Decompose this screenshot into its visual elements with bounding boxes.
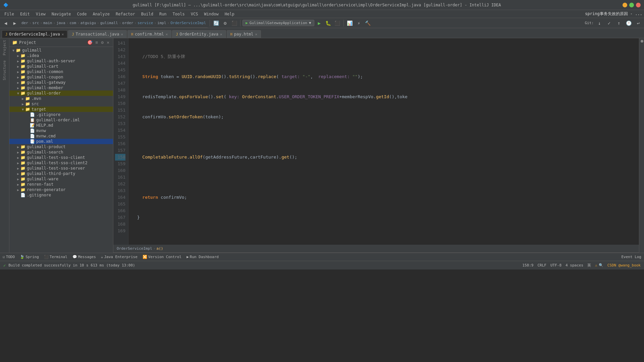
crumb-service[interactable]: order [122,21,133,25]
tab-close-payhtml[interactable]: ✕ [255,32,258,37]
tree-item-third-party[interactable]: ▶ 📁 gulimall-third-party [9,171,113,176]
inspect-icon[interactable]: 🔍 [599,263,603,267]
tree-item-iml[interactable]: 📋 gulimall-order.iml [9,117,113,123]
menu-window[interactable]: Window [201,11,221,17]
tab-orderserviceimpl[interactable]: J OrderServiceImpl.java ✕ [2,30,67,38]
git-push-button[interactable]: ↑ [615,19,623,27]
crumb-com[interactable]: java [56,21,65,25]
menu-navigate[interactable]: Navigate [49,11,74,17]
tree-item-mvn[interactable]: ▶ 📁 .mvn [9,96,113,101]
crumb-gulimall[interactable]: atguigu [80,21,96,25]
sidebar-locate-button[interactable]: 🎯 [86,40,94,45]
tree-item-sso-client[interactable]: ▶ 📁 gulimall-test-sso-client [9,155,113,160]
tree-item-coupon[interactable]: ▶ 📁 gulimall-coupon [9,74,113,80]
git-history-button[interactable]: 🕐 [625,19,633,27]
tree-item-order[interactable]: ▼ 📁 gulimall-order [9,90,113,96]
code-container[interactable]: 141 142 143 144 145 146 147 148 149 150 … [113,38,639,245]
coverage-button[interactable]: 📊 [346,19,354,27]
git-update-button[interactable]: ↓ [595,19,603,27]
git-commit-button[interactable]: ✓ [605,19,613,27]
tree-item-renren-fast[interactable]: ▶ 📁 renren-fast [9,182,113,187]
tree-item-mvnw-cmd[interactable]: 📄 mvnw.cmd [9,133,113,139]
tab-close-confirmhtml[interactable]: ✕ [166,32,168,37]
bottom-tab-version-control[interactable]: 🔀 Version Control [143,255,181,259]
tree-item-sso-server[interactable]: ▶ 📁 gulimall-test-sso-server [9,166,113,171]
menu-vcs[interactable]: VCS [188,11,201,17]
menu-help[interactable]: Help [222,11,237,17]
bottom-tab-terminal[interactable]: ⬛ Terminal [44,255,67,259]
tab-transactional[interactable]: J Transactional.java ✕ [68,30,127,38]
bottom-tab-run-dashboard[interactable]: ▶ Run Dashboard [186,255,219,259]
run-button[interactable]: ▶ [315,19,323,27]
crumb-impl[interactable]: impl [157,21,166,25]
tree-item-mvnw[interactable]: 📄 mvnw [9,128,113,133]
right-scrollbar-gutter[interactable] [639,38,644,253]
tree-item-idea[interactable]: ▶ 📁 .idea [9,53,113,58]
line-sep[interactable]: CRLF [537,263,546,267]
project-panel-icon[interactable]: Project [2,40,7,55]
tab-orderentity[interactable]: J OrderEntity.java ✕ [172,30,226,38]
tree-item-src[interactable]: ▶ 📁 src [9,101,113,107]
cursor-position[interactable]: 158:9 [522,263,533,267]
tree-item-sso-client2[interactable]: ▶ 📁 gulimall-test-sso-client2 [9,160,113,166]
minimize-button[interactable] [623,3,627,7]
warning-icon[interactable]: ⚠ [595,263,597,267]
tree-item-help-md[interactable]: 📝 HELP.md [9,123,113,128]
menu-edit[interactable]: Edit [17,11,33,17]
expand-button[interactable]: ⬛ [230,19,238,27]
menu-view[interactable]: View [33,11,48,17]
tree-item-auth-server[interactable]: ▶ 📁 gulimall-auth-server [9,58,113,64]
tree-item-cart[interactable]: ▶ 📁 gulimall-cart [9,64,113,69]
sidebar-close-button[interactable]: ✕ [106,40,110,45]
tree-item-ware[interactable]: ▶ 📁 gulimall-ware [9,176,113,182]
crumb-service2[interactable]: service [138,21,153,25]
tree-item-gitignore-root[interactable]: 📄 .gitignore [9,192,113,198]
tab-confirmhtml[interactable]: H confirm.html ✕ [127,30,171,38]
tab-close-transactional[interactable]: ✕ [121,32,123,37]
menu-run[interactable]: Run [157,11,169,17]
structure-panel-icon[interactable]: Structure [2,60,7,80]
git-rollback-button[interactable]: ↩ [634,19,642,27]
tree-item-renren-generator[interactable]: ▶ 📁 renren-generator [9,187,113,192]
tree-item-product[interactable]: ▶ 📁 gulimall-product [9,144,113,149]
close-button[interactable] [636,3,641,7]
sync-button[interactable]: 🔄 [212,19,220,27]
tree-item-gateway[interactable]: ▶ 📁 gulimall-gateway [9,80,113,85]
tab-close-orderentity[interactable]: ✕ [220,32,222,37]
debug-button[interactable]: 🐛 [324,19,332,27]
menu-analyze[interactable]: Analyze [90,11,112,17]
bottom-tab-java-enterprise[interactable]: ☕ Java Enterprise [101,255,138,259]
crumb-atguigu[interactable]: com [69,21,76,25]
nav-forward-button[interactable]: ▶ [11,19,19,27]
build-button[interactable]: 🔨 [364,19,372,27]
menu-build[interactable]: Build [139,11,156,17]
settings-button[interactable]: ⚙ [221,19,229,27]
tree-item-pom-xml[interactable]: 📑 pom.xml [9,139,113,144]
stop-button[interactable]: ⬛ [333,19,341,27]
sidebar-settings-button[interactable]: ⚙ [100,40,105,45]
tree-item-gulimall[interactable]: ▼ 📁 gulimall [9,48,113,53]
bottom-tab-messages[interactable]: 💬 Messages [72,255,96,259]
code-editor[interactable]: //TODO 5、防重令牌 String token = UUID.random… [128,38,639,245]
crumb-order[interactable]: gulimall [100,21,118,25]
sidebar-collapse-button[interactable]: ≡ [95,40,99,45]
bottom-tab-spring[interactable]: 🍃 Spring [20,255,39,259]
nav-back-button[interactable]: ◀ [2,19,10,27]
crumb-java[interactable]: main [43,21,52,25]
indent[interactable]: 4 spaces [566,263,583,267]
tree-item-member[interactable]: ▶ 📁 gulimall-member [9,85,113,90]
maximize-button[interactable] [629,3,634,7]
menu-tools[interactable]: Tools [170,11,187,17]
tree-item-common[interactable]: ▶ 📁 gulimall-common [9,69,113,74]
menu-code[interactable]: Code [74,11,90,17]
bottom-tab-todo[interactable]: ☑ TODO [3,255,15,259]
crumb-src[interactable]: der [21,21,28,25]
crumb-class[interactable]: OrderServiceImpl [170,21,206,25]
menu-refactor[interactable]: Refactor [113,11,138,17]
tab-close-orderserviceimpl[interactable]: ✕ [62,32,64,37]
crumb-main[interactable]: src [33,21,39,25]
bottom-tab-event-log[interactable]: Event Log [621,255,641,259]
encoding[interactable]: UTF-8 [550,263,561,267]
tree-item-search[interactable]: ▶ 📁 gulimall-search [9,149,113,155]
tab-payhtml[interactable]: H pay.html ✕ [227,30,261,38]
